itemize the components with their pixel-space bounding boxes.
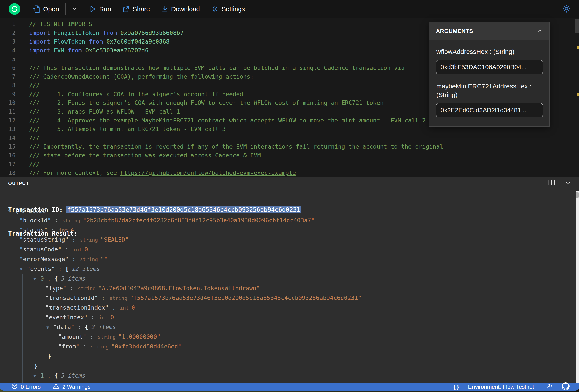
code-line: 15/// Importantly, the transaction is re… xyxy=(0,142,579,151)
json-key: "type" xyxy=(45,285,67,291)
line-number: 5 xyxy=(0,55,15,64)
split-view-icon[interactable] xyxy=(548,179,555,187)
collapse-chevron-up-icon[interactable] xyxy=(536,28,543,35)
json-value: "1.00000000" xyxy=(118,333,160,340)
json-row: "statusCode" : int0 xyxy=(0,244,579,254)
errors-status[interactable]: 0 Errors xyxy=(11,383,41,391)
json-row: "transactionIndex" : int0 xyxy=(0,303,579,312)
value-type: int xyxy=(120,305,129,311)
code-comment: // TESTNET IMPORTS xyxy=(29,21,92,27)
download-label: Download xyxy=(171,5,200,13)
line-number: 6 xyxy=(0,64,15,72)
line-number: 11 xyxy=(0,107,15,116)
value-type: string xyxy=(109,295,127,301)
line-number: 15 xyxy=(0,142,15,151)
open-label: Open xyxy=(43,5,59,13)
share-label: Share xyxy=(133,5,150,13)
item-count: 2 items xyxy=(91,324,116,330)
collapse-triangle[interactable]: ▼ xyxy=(20,264,27,274)
json-key: "statusCode" xyxy=(19,246,62,253)
theme-toggle-sun-icon[interactable] xyxy=(562,4,571,14)
line-number: 3 xyxy=(0,37,15,46)
environment-label[interactable]: Environment: Flow Testnet xyxy=(468,384,534,390)
json-value: "SEALED" xyxy=(100,236,129,243)
output-scrollbar-track[interactable] xyxy=(576,191,579,383)
warning-marker xyxy=(577,93,579,96)
error-circle-icon xyxy=(11,383,18,391)
github-link[interactable]: https://github.com/onflow/batched-evm-ex… xyxy=(121,169,296,176)
line-number: 10 xyxy=(0,99,15,107)
run-button[interactable]: Run xyxy=(89,5,111,13)
share-button[interactable]: Share xyxy=(122,5,150,13)
json-row: ▼1 : {5 items xyxy=(0,371,579,380)
json-value: "f557a1573b76aa53e73d46f3e10d200d5c18a65… xyxy=(130,294,362,301)
download-button[interactable]: Download xyxy=(161,5,200,13)
json-key: "transactionIndex" xyxy=(45,304,109,311)
line-number: 7 xyxy=(0,72,15,81)
json-row: "eventIndex" : int0 xyxy=(0,312,579,322)
json-row: "transactionId" : string"f557a1573b76aa5… xyxy=(0,293,579,303)
json-key: "transactionId" xyxy=(45,294,98,301)
output-scrollbar-thumb[interactable] xyxy=(576,192,579,198)
json-key: "from" xyxy=(58,343,79,350)
line-number: 14 xyxy=(0,134,15,143)
json-row: ▼0 : {5 items xyxy=(0,274,579,283)
json-row: "amount" : string"1.00000000" xyxy=(0,332,579,341)
output-panel: OUTPUT Transaction ID: f557a1573b76aa53e… xyxy=(0,177,579,383)
status-bar: 0 Errors 2 Warnings { } Environment: Flo… xyxy=(0,383,579,391)
value-type: int xyxy=(99,315,108,320)
wflow-address-input[interactable] xyxy=(436,60,543,74)
output-title: OUTPUT xyxy=(8,181,29,186)
maybemint-address-input[interactable] xyxy=(436,103,543,117)
json-value: 0 xyxy=(84,246,88,253)
code-line: 14/// xyxy=(0,134,579,143)
item-count: 12 items xyxy=(72,265,100,272)
json-value: "A.7e60df042a9c0868.FlowToken.TokensWith… xyxy=(98,285,260,291)
flow-logo-icon[interactable] xyxy=(9,3,20,15)
line-number: 8 xyxy=(0,81,15,90)
play-icon xyxy=(89,5,96,13)
value-type: string xyxy=(80,257,98,262)
json-row: "statusString" : string"SEALED" xyxy=(0,235,579,244)
line-number: 13 xyxy=(0,125,15,134)
json-value: "2b28cbfb87da2cfec4f0232c6f883f0f12c95b3… xyxy=(83,217,315,224)
toolbar-divider xyxy=(66,3,66,15)
json-index-key: 0 xyxy=(40,275,44,282)
arguments-panel: ARGUMENTS wflowAddressHex : (String) may… xyxy=(429,22,550,127)
settings-label: Settings xyxy=(221,5,245,13)
json-row: ▼"data" : {2 items xyxy=(0,322,579,332)
json-index-key: 1 xyxy=(40,372,44,379)
json-row: "type" : string"A.7e60df042a9c0868.FlowT… xyxy=(0,283,579,293)
collapse-triangle[interactable]: ▼ xyxy=(8,206,15,216)
collapse-triangle[interactable]: ▼ xyxy=(33,371,40,381)
editor-scrollbar-thumb[interactable] xyxy=(575,19,579,33)
warnings-status[interactable]: 2 Warnings xyxy=(53,383,90,391)
feedback-person-icon[interactable] xyxy=(546,383,553,391)
collapse-triangle[interactable]: ▼ xyxy=(46,323,53,332)
json-value: 0 xyxy=(132,304,135,311)
json-key: "blockId" xyxy=(19,217,51,224)
open-dropdown-chevron-icon[interactable] xyxy=(72,5,78,13)
github-icon[interactable] xyxy=(562,382,570,391)
open-button[interactable]: Open xyxy=(33,5,59,13)
collapse-output-chevron-icon[interactable] xyxy=(564,179,572,187)
item-count: 5 items xyxy=(61,275,85,282)
line-number: 16 xyxy=(0,151,15,160)
collapse-triangle[interactable]: ▼ xyxy=(33,274,40,284)
app-window: Open Run Share xyxy=(0,0,579,391)
json-row: "from" : string"0xfd3b4cd50d44e6ed" xyxy=(0,341,579,351)
value-type: string xyxy=(98,334,116,340)
arguments-body: wflowAddressHex : (String) maybeMintERC7… xyxy=(430,40,549,126)
gear-icon xyxy=(211,5,218,13)
settings-button[interactable]: Settings xyxy=(211,5,245,13)
line-number: 2 xyxy=(0,29,15,38)
share-icon xyxy=(122,5,130,13)
arguments-title: ARGUMENTS xyxy=(436,28,473,35)
value-type: int xyxy=(73,247,82,252)
code-line: 16/// state before the transaction was e… xyxy=(0,151,579,160)
item-count: 5 items xyxy=(61,372,85,379)
argument-label: wflowAddressHex : (String) xyxy=(436,48,543,56)
json-key: "errorMessage" xyxy=(19,256,69,262)
line-number: 4 xyxy=(0,46,15,55)
arguments-header[interactable]: ARGUMENTS xyxy=(430,22,549,40)
